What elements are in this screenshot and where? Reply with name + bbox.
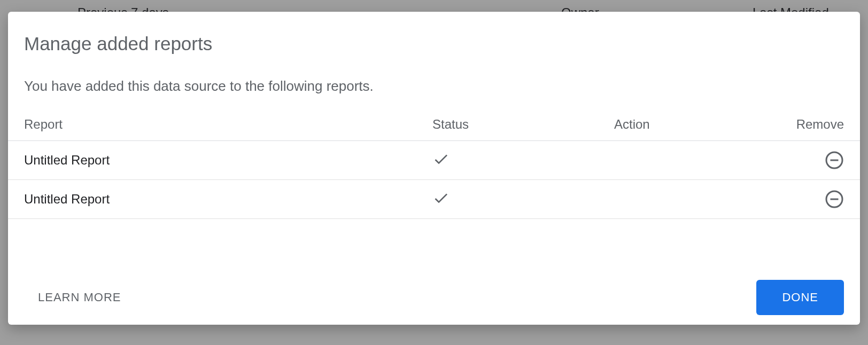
column-header-remove: Remove — [780, 117, 844, 132]
table-row: Untitled Report — [8, 180, 860, 219]
manage-reports-modal: Manage added reports You have added this… — [8, 12, 860, 325]
report-name: Untitled Report — [24, 192, 432, 207]
modal-subtitle: You have added this data source to the f… — [8, 54, 860, 95]
column-header-report: Report — [24, 117, 432, 132]
modal-title: Manage added reports — [24, 33, 844, 54]
learn-more-button[interactable]: LEARN MORE — [24, 283, 135, 312]
remove-icon[interactable] — [825, 151, 844, 170]
report-name: Untitled Report — [24, 153, 432, 168]
reports-table: Report Status Action Remove Untitled Rep… — [8, 104, 860, 219]
done-button[interactable]: DONE — [756, 280, 844, 315]
modal-footer: LEARN MORE DONE — [8, 265, 860, 325]
remove-icon[interactable] — [825, 190, 844, 209]
column-header-action: Action — [614, 117, 780, 132]
column-header-status: Status — [432, 117, 614, 132]
check-icon — [432, 190, 449, 209]
check-icon — [432, 151, 449, 170]
table-header-row: Report Status Action Remove — [8, 104, 860, 141]
table-row: Untitled Report — [8, 141, 860, 180]
remove-cell — [780, 151, 844, 170]
modal-header: Manage added reports — [8, 12, 860, 54]
status-cell — [432, 151, 614, 170]
status-cell — [432, 190, 614, 209]
remove-cell — [780, 190, 844, 209]
